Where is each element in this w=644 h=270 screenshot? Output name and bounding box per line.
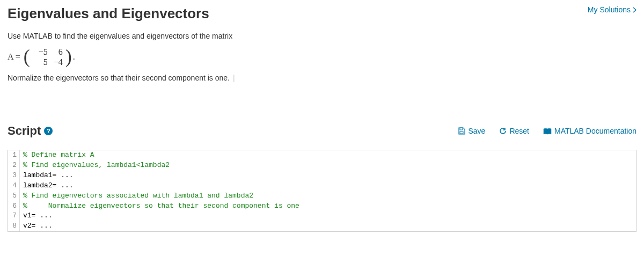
code-text: % Define matrix A [20, 150, 94, 160]
normalize-text: Normalize the eigenvectors so that their… [8, 74, 636, 82]
save-label: Save [468, 127, 485, 135]
code-text: lambda1= ... [20, 171, 74, 181]
line-number: 7 [8, 211, 20, 221]
save-button[interactable]: Save [458, 127, 485, 135]
paren-left-icon: ( [24, 51, 30, 63]
matrix-a-label: A = [8, 52, 20, 62]
text-cursor-icon: | [233, 74, 235, 82]
code-line[interactable]: 1% Define matrix A [8, 150, 636, 160]
line-number: 1 [8, 150, 20, 160]
matrix-equation: A = ( −5 6 5 −4 ) . [8, 47, 75, 67]
matrix-r2c2: −4 [48, 57, 63, 67]
editor-toolbar: Save Reset MATLAB Documentation [458, 127, 636, 135]
problem-intro: Use MATLAB to find the eigenvalues and e… [8, 32, 636, 40]
documentation-link[interactable]: MATLAB Documentation [543, 127, 636, 135]
code-editor[interactable]: 1% Define matrix A2% Find eigenvalues, l… [8, 150, 636, 232]
matrix-r1c1: −5 [33, 47, 48, 57]
script-heading: Script ? [8, 124, 53, 138]
matrix-r2c1: 5 [33, 57, 48, 67]
reset-icon [499, 127, 507, 135]
matrix-r1c2: 6 [48, 47, 63, 57]
code-line[interactable]: 7v1= ... [8, 211, 636, 221]
documentation-label: MATLAB Documentation [554, 127, 636, 135]
code-line[interactable]: 4lambda2= ... [8, 181, 636, 191]
matrix-period: . [73, 52, 75, 62]
my-solutions-link[interactable]: My Solutions [588, 5, 636, 14]
code-line[interactable]: 3lambda1= ... [8, 171, 636, 181]
code-text: % Find eigenvalues, lambda1<lambda2 [20, 160, 170, 171]
reset-label: Reset [509, 127, 529, 135]
code-line[interactable]: 2% Find eigenvalues, lambda1<lambda2 [8, 160, 636, 171]
code-text: v2= ... [20, 221, 53, 231]
code-text: lambda2= ... [20, 181, 74, 191]
save-icon [458, 127, 465, 135]
code-line[interactable]: 8v2= ... [8, 221, 636, 231]
code-text: % Find eigenvectors associated with lamb… [20, 191, 253, 201]
svg-rect-1 [460, 132, 463, 134]
code-text: % Normalize eigenvectors so that their s… [20, 201, 299, 211]
reset-button[interactable]: Reset [499, 127, 529, 135]
my-solutions-label: My Solutions [588, 5, 631, 14]
line-number: 3 [8, 171, 20, 181]
line-number: 6 [8, 201, 20, 211]
line-number: 8 [8, 221, 20, 231]
page-title: Eigenvalues and Eigenvectors [8, 5, 209, 22]
line-number: 4 [8, 181, 20, 191]
line-number: 5 [8, 191, 20, 201]
paren-right-icon: ) [65, 51, 72, 63]
help-icon[interactable]: ? [44, 127, 53, 135]
svg-rect-0 [460, 128, 463, 130]
line-number: 2 [8, 160, 20, 171]
code-line[interactable]: 5% Find eigenvectors associated with lam… [8, 191, 636, 201]
book-icon [543, 128, 552, 135]
chevron-right-icon [633, 7, 636, 13]
code-text: v1= ... [20, 211, 53, 221]
code-line[interactable]: 6% Normalize eigenvectors so that their … [8, 201, 636, 211]
